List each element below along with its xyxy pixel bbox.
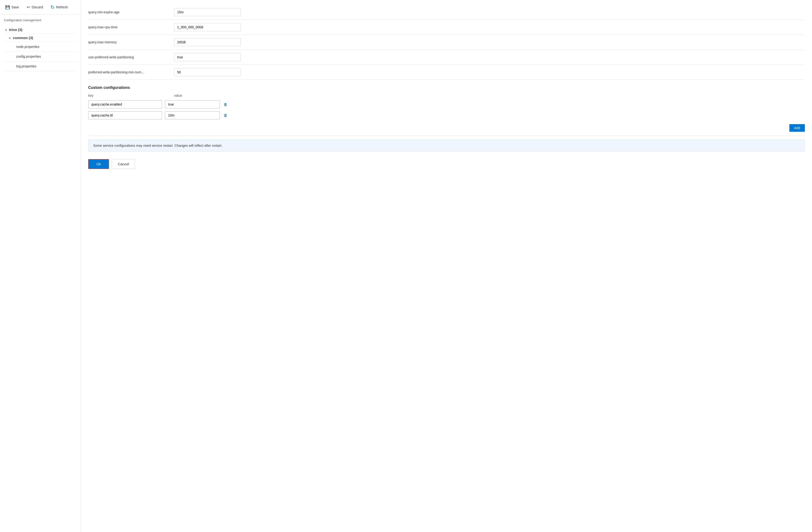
- config-value-input-0[interactable]: [174, 8, 241, 16]
- chevron-down-icon: ∨: [5, 28, 7, 32]
- tree-child-label: common (3): [13, 36, 33, 40]
- info-message: Some service configurations may need ser…: [93, 144, 222, 147]
- add-button[interactable]: Add: [789, 124, 805, 132]
- trash-icon-0: [223, 102, 228, 107]
- info-box: Some service configurations may need ser…: [88, 139, 805, 151]
- custom-row-1: [88, 111, 805, 119]
- tree-leaf-config-properties[interactable]: config.properties: [4, 52, 77, 61]
- config-management-label: Configuration management: [4, 18, 77, 22]
- action-buttons: Ok Cancel: [88, 155, 805, 173]
- tree-root-label: trino (3): [9, 28, 23, 32]
- config-row-4: preferred-write-partitioning-min-num...: [88, 65, 805, 80]
- tree-child-common[interactable]: ∨ common (3): [4, 34, 77, 42]
- add-btn-container: Add: [88, 122, 805, 136]
- tree-leaf-log-properties[interactable]: log.properties: [4, 61, 77, 71]
- save-icon: [5, 5, 10, 10]
- refresh-label: Refresh: [56, 5, 68, 9]
- config-value-input-2[interactable]: [174, 38, 241, 46]
- config-row-0: query.min-expire-age: [88, 5, 805, 20]
- custom-col-value-label: value: [174, 94, 182, 98]
- custom-config-section-title: Custom configurations: [88, 86, 805, 90]
- discard-icon: [27, 4, 30, 10]
- config-value-input-1[interactable]: [174, 23, 241, 31]
- chevron-down-icon-child: ∨: [9, 36, 11, 40]
- config-row-1: query.max-cpu-time: [88, 20, 805, 35]
- delete-button-0[interactable]: [223, 101, 228, 108]
- config-key-3: use-preferred-write-partitioning: [88, 55, 169, 59]
- config-key-2: query.max-memory: [88, 40, 169, 44]
- config-row-3: use-preferred-write-partitioning: [88, 50, 805, 65]
- refresh-icon: [50, 4, 55, 10]
- config-key-1: query.max-cpu-time: [88, 25, 169, 29]
- custom-key-input-0[interactable]: [88, 100, 162, 108]
- tree-root-trino[interactable]: ∨ trino (3): [4, 26, 77, 34]
- cancel-button[interactable]: Cancel: [112, 159, 135, 169]
- save-button[interactable]: Save: [4, 4, 20, 11]
- custom-col-key-label: key: [88, 94, 169, 98]
- custom-key-input-1[interactable]: [88, 111, 162, 119]
- tree-leaf-node-properties[interactable]: node.properties: [4, 42, 77, 52]
- custom-value-input-1[interactable]: [165, 111, 220, 119]
- config-section: Configuration management ∨ trino (3) ∨ c…: [0, 15, 81, 75]
- custom-value-input-0[interactable]: [165, 100, 220, 108]
- config-key-0: query.min-expire-age: [88, 10, 169, 14]
- refresh-button[interactable]: Refresh: [49, 3, 69, 11]
- config-key-4: preferred-write-partitioning-min-num...: [88, 70, 169, 74]
- delete-button-1[interactable]: [223, 112, 228, 119]
- config-row-2: query.max-memory: [88, 35, 805, 50]
- save-label: Save: [12, 5, 19, 9]
- left-panel: Save Discard Refresh Configuration manag…: [0, 0, 81, 532]
- custom-row-0: [88, 100, 805, 108]
- discard-label: Discard: [32, 5, 43, 9]
- toolbar: Save Discard Refresh: [0, 0, 81, 15]
- custom-config-header: key value: [88, 94, 805, 98]
- config-value-input-4[interactable]: [174, 68, 241, 76]
- discard-button[interactable]: Discard: [25, 3, 44, 11]
- trash-icon-1: [223, 113, 228, 118]
- config-value-input-3[interactable]: [174, 53, 241, 61]
- ok-button[interactable]: Ok: [88, 159, 109, 169]
- right-content: query.min-expire-age query.max-cpu-time …: [81, 0, 812, 177]
- right-panel: query.min-expire-age query.max-cpu-time …: [81, 0, 812, 532]
